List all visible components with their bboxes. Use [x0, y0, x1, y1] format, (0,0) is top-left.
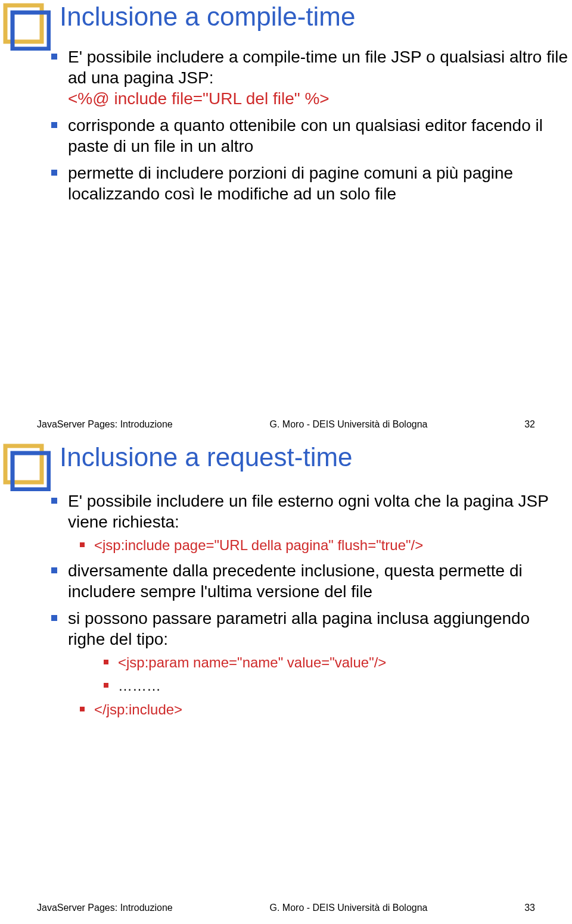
corner-decor	[0, 0, 51, 51]
footer-center: G. Moro - DEIS Università di Bologna	[192, 419, 505, 430]
bullet-text: E' possibile includere un file esterno o…	[68, 492, 548, 531]
bullet-icon	[80, 542, 85, 547]
sub-list: <jsp:param name="name" value="value"/> ……	[68, 653, 571, 719]
sub-list: <jsp:include page="URL della pagina" flu…	[68, 536, 571, 554]
list-item: corrisponde a quanto ottenibile con un q…	[41, 115, 571, 157]
slide-2: Inclusione a request-time E' possibile i…	[0, 441, 572, 924]
bullet-icon	[51, 567, 57, 573]
code-text: ………	[118, 678, 161, 694]
list-item: E' possibile includere a compile-time un…	[41, 46, 571, 109]
bullet-icon	[51, 54, 57, 60]
sub-item: </jsp:include>	[68, 700, 571, 719]
slide-1: Inclusione a compile-time E' possibile i…	[0, 0, 572, 441]
bullet-text: corrisponde a quanto ottenibile con un q…	[68, 116, 543, 155]
bullet-icon	[51, 170, 57, 176]
corner-decor	[0, 441, 51, 491]
footer-left: JavaServer Pages: Introduzione	[37, 903, 192, 913]
code-text: </jsp:include>	[94, 701, 182, 717]
footer-left: JavaServer Pages: Introduzione	[37, 419, 192, 430]
sub-item: <jsp:param name="name" value="value"/>	[68, 653, 571, 672]
bullet-icon	[104, 660, 108, 664]
code-text: <jsp:param name="name" value="value"/>	[118, 654, 386, 670]
bullet-text: E' possibile includere a compile-time un…	[68, 48, 568, 87]
bullet-icon	[104, 683, 108, 688]
code-text: <%@ include file="URL del file" %>	[68, 89, 329, 108]
sub-item: <jsp:include page="URL della pagina" flu…	[68, 536, 571, 554]
slide-footer: JavaServer Pages: Introduzione G. Moro -…	[37, 419, 535, 430]
footer-center: G. Moro - DEIS Università di Bologna	[192, 903, 505, 913]
bullet-text: si possono passare parametri alla pagina…	[68, 609, 530, 648]
bullet-icon	[51, 498, 57, 504]
bullet-icon	[51, 122, 57, 128]
slide-footer: JavaServer Pages: Introduzione G. Moro -…	[37, 903, 535, 913]
sub-item: ………	[68, 676, 571, 695]
slide-title: Inclusione a compile-time	[60, 2, 560, 31]
bullet-list: E' possibile includere a compile-time un…	[41, 46, 571, 210]
footer-page: 33	[505, 903, 535, 913]
list-item: si possono passare parametri alla pagina…	[41, 608, 571, 719]
code-text: <jsp:include page="URL della pagina" flu…	[94, 537, 423, 553]
list-item: permette di includere porzioni di pagine…	[41, 163, 571, 204]
bullet-text: permette di includere porzioni di pagine…	[68, 164, 513, 203]
footer-page: 32	[505, 419, 535, 430]
bullet-text: diversamente dalla precedente inclusione…	[68, 561, 523, 601]
bullet-icon	[80, 707, 85, 711]
list-item: E' possibile includere un file esterno o…	[41, 491, 571, 554]
bullet-icon	[51, 615, 57, 621]
bullet-list: E' possibile includere un file esterno o…	[41, 491, 571, 725]
slide-title: Inclusione a request-time	[60, 443, 560, 472]
list-item: diversamente dalla precedente inclusione…	[41, 560, 571, 602]
